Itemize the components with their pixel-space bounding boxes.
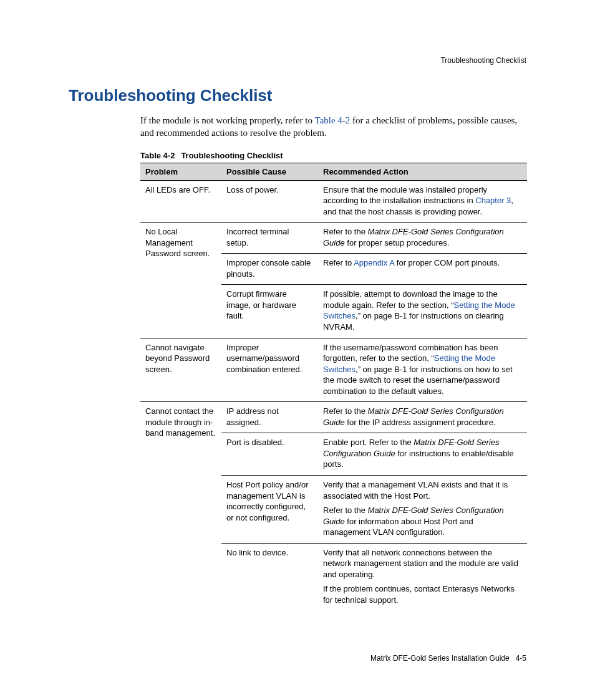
cell-action: If the username/password combination has… <box>318 338 527 402</box>
table-row: All LEDs are OFF. Loss of power. Ensure … <box>140 180 527 223</box>
text: for information about Host Port and mana… <box>323 517 473 537</box>
cell-cause: Loss of power. <box>221 180 318 223</box>
section-title: Troubleshooting Checklist <box>69 86 526 105</box>
footer-page: 4-5 <box>516 654 526 663</box>
text: Refer to the <box>323 406 368 416</box>
cell-action: Enable port. Refer to the Matrix DFE-Gol… <box>318 433 527 476</box>
cell-cause: Incorrect terminal setup. <box>221 223 318 254</box>
cell-action: Refer to the Matrix DFE-Gold Series Conf… <box>318 402 527 433</box>
cell-cause: IP address not assigned. <box>221 402 318 433</box>
running-head: Troubleshooting Checklist <box>69 56 526 65</box>
text: Ensure that the module was installed pro… <box>323 185 487 206</box>
table-header-row: Problem Possible Cause Recommended Actio… <box>140 163 527 180</box>
th-problem: Problem <box>140 163 221 180</box>
cell-action: Refer to the Matrix DFE-Gold Series Conf… <box>318 223 527 254</box>
text: for proper setup procedures. <box>345 238 450 247</box>
cell-cause: No link to device. <box>221 543 318 610</box>
table-ref-link[interactable]: Table 4-2 <box>315 115 351 125</box>
text: Refer to <box>323 258 354 267</box>
cell-action: If possible, attempt to download the ima… <box>318 285 527 338</box>
text: Refer to the Matrix DFE-Gold Series Conf… <box>323 505 522 538</box>
cell-cause: Improper username/password combination e… <box>221 338 318 402</box>
text: for proper COM port pinouts. <box>394 258 500 267</box>
chapter-link[interactable]: Chapter 3 <box>475 196 511 205</box>
text: Refer to the <box>323 506 368 515</box>
appendix-link[interactable]: Appendix A <box>354 258 394 267</box>
table-caption-number: Table 4-2 <box>140 151 175 160</box>
text: Verify that all network connections betw… <box>323 548 518 579</box>
cell-cause: Port is disabled. <box>221 433 318 476</box>
page-footer: Matrix DFE-Gold Series Installation Guid… <box>69 654 526 663</box>
table-row: No Local Management Password screen. Inc… <box>140 223 527 254</box>
text: Verify that a management VLAN exists and… <box>323 480 508 501</box>
cell-action: Verify that all network connections betw… <box>318 543 527 610</box>
table-caption: Table 4-2Troubleshooting Checklist <box>140 151 526 160</box>
cell-action: Refer to Appendix A for proper COM port … <box>318 254 527 285</box>
cell-cause: Host Port policy and/or management VLAN … <box>221 475 318 543</box>
th-action: Recommended Action <box>318 163 527 180</box>
table-row: Cannot contact the module through in-ban… <box>140 402 527 433</box>
cell-cause: Corrupt firmware image, or hardware faul… <box>221 285 318 338</box>
th-cause: Possible Cause <box>221 163 318 180</box>
cell-action: Verify that a management VLAN exists and… <box>318 475 527 543</box>
cell-problem: Cannot navigate beyond Password screen. <box>140 338 221 402</box>
footer-book: Matrix DFE-Gold Series Installation Guid… <box>370 654 510 663</box>
text: Refer to the <box>323 227 368 236</box>
table-row: Cannot navigate beyond Password screen. … <box>140 338 527 402</box>
troubleshooting-table: Problem Possible Cause Recommended Actio… <box>140 163 527 611</box>
table-caption-title: Troubleshooting Checklist <box>181 151 283 160</box>
text: If the problem continues, contact Entera… <box>323 583 522 605</box>
text: for the IP address assignment procedure. <box>345 418 496 427</box>
cell-cause: Improper console cable pinouts. <box>221 254 318 285</box>
cell-action: Ensure that the module was installed pro… <box>318 180 527 223</box>
cell-problem: Cannot contact the module through in-ban… <box>140 402 221 611</box>
cell-problem: No Local Management Password screen. <box>140 223 221 338</box>
intro-paragraph: If the module is not working properly, r… <box>140 114 526 140</box>
text: Enable port. Refer to the <box>323 438 414 447</box>
cell-problem: All LEDs are OFF. <box>140 180 221 223</box>
intro-text-pre: If the module is not working properly, r… <box>140 115 315 125</box>
